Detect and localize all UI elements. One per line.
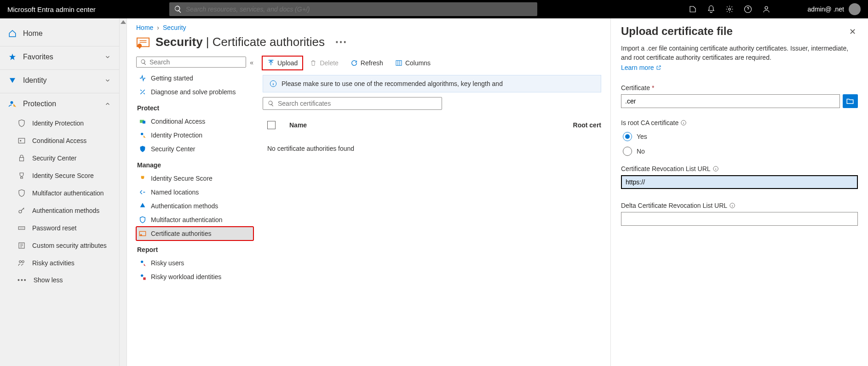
learn-more-link[interactable]: Learn more: [621, 64, 858, 71]
ellipsis-icon: •••: [17, 276, 27, 284]
nav-mfa[interactable]: Multifactor authentication: [0, 184, 119, 202]
svg-point-19: [141, 133, 143, 135]
subnav-named-locations[interactable]: Named locations: [136, 185, 253, 199]
topbar-actions: [689, 5, 770, 13]
cert-file-input[interactable]: [621, 94, 840, 108]
global-search[interactable]: [169, 2, 537, 16]
subnav-search[interactable]: [136, 57, 246, 68]
svg-rect-24: [143, 277, 145, 280]
subnav-risky-users[interactable]: Risky users: [136, 256, 253, 270]
nav-risky-activities[interactable]: Risky activities: [0, 254, 119, 272]
columns-button[interactable]: Columns: [391, 57, 435, 69]
notifications-icon[interactable]: [707, 5, 715, 13]
global-search-input[interactable]: [186, 6, 533, 13]
toolbar-label: Refresh: [361, 59, 383, 67]
nav-conditional-access[interactable]: Conditional Access: [0, 132, 119, 149]
delta-crl-url-input[interactable]: [621, 212, 858, 226]
subnav-diagnose[interactable]: Diagnose and solve problems: [136, 85, 253, 99]
info-banner: Please make sure to use one of the recom…: [263, 75, 601, 92]
subnav-getting-started[interactable]: Getting started: [136, 71, 253, 85]
nav-auth-methods[interactable]: Authentication methods: [0, 202, 119, 219]
close-flyout-button[interactable]: ✕: [847, 25, 858, 39]
columns-icon: [395, 59, 402, 67]
subnav-security-center[interactable]: Security Center: [136, 142, 253, 156]
refresh-button[interactable]: Refresh: [346, 57, 388, 69]
identity-protection-icon: [139, 132, 146, 139]
info-icon[interactable]: [729, 202, 736, 209]
nav-show-less[interactable]: •••Show less: [0, 272, 119, 288]
subnav-conditional-access[interactable]: Conditional Access: [136, 114, 253, 128]
col-root-cert[interactable]: Root cert: [573, 121, 601, 129]
breadcrumb-home[interactable]: Home: [136, 24, 153, 31]
breadcrumb: Home › Security: [136, 24, 601, 31]
subnav-section-manage: Manage: [136, 156, 253, 172]
svg-point-16: [138, 43, 142, 47]
svg-point-21: [140, 234, 142, 236]
nav-identity[interactable]: Identity: [0, 69, 119, 91]
nav-sub-label: Identity Secure Score: [32, 172, 94, 179]
security-center-icon: [139, 145, 146, 153]
radio-icon: [623, 132, 632, 141]
svg-point-3: [11, 101, 13, 104]
chevron-down-icon: [104, 77, 111, 84]
nav-secure-score[interactable]: Identity Secure Score: [0, 167, 119, 184]
cert-search[interactable]: [263, 97, 442, 110]
col-name[interactable]: Name: [289, 121, 307, 129]
upload-button[interactable]: Upload: [263, 57, 302, 69]
collapse-subnav-icon[interactable]: «: [250, 59, 253, 66]
star-icon: [8, 53, 17, 61]
subnav-search-input[interactable]: [149, 58, 242, 66]
nav-password-reset[interactable]: Password reset: [0, 219, 119, 237]
svg-point-0: [729, 8, 731, 11]
certificate-page-icon: [136, 35, 150, 49]
subnav-label: Multifactor authentication: [151, 216, 223, 223]
subnav-label: Authentication methods: [151, 202, 218, 210]
svg-point-14: [22, 261, 24, 263]
subnav-mfa[interactable]: Multifactor authentication: [136, 213, 253, 227]
nav-identity-protection[interactable]: Identity Protection: [0, 114, 119, 132]
more-icon[interactable]: ⋯: [335, 35, 347, 49]
feedback-icon[interactable]: [762, 5, 770, 13]
settings-gear-icon[interactable]: [725, 5, 734, 13]
subnav-identity-protection[interactable]: Identity Protection: [136, 128, 253, 142]
breadcrumb-security[interactable]: Security: [163, 24, 186, 31]
diagnose-icon: [139, 88, 146, 96]
browse-file-button[interactable]: [843, 94, 858, 108]
nav-custom-attrs[interactable]: Custom security attributes: [0, 237, 119, 254]
select-all-checkbox[interactable]: [267, 121, 276, 129]
radio-label: Yes: [637, 133, 647, 140]
info-icon: [270, 80, 277, 87]
search-icon: [174, 5, 182, 13]
nav-sub-label: Multifactor authentication: [32, 189, 104, 197]
table-header: Name Root cert: [263, 118, 601, 132]
info-icon[interactable]: [680, 120, 687, 126]
subnav-section-report: Report: [136, 240, 253, 256]
info-icon[interactable]: [713, 166, 719, 172]
nav-favorites[interactable]: Favorites: [0, 46, 119, 68]
delete-icon: [310, 59, 317, 67]
copilot-icon[interactable]: [689, 5, 697, 13]
subnav-secure-score[interactable]: Identity Secure Score: [136, 172, 253, 185]
help-icon[interactable]: [744, 5, 752, 13]
svg-point-2: [765, 6, 768, 9]
nav-home[interactable]: Home: [0, 23, 119, 44]
svg-point-23: [141, 274, 143, 277]
delete-button[interactable]: Delete: [305, 57, 343, 69]
isroot-no-radio[interactable]: No: [621, 144, 858, 159]
nav-scrollbar[interactable]: [120, 18, 127, 366]
subnav-risky-workload[interactable]: Risky workload identities: [136, 270, 253, 284]
cert-search-input[interactable]: [278, 100, 437, 107]
user-menu[interactable]: admin@ .net: [807, 3, 861, 15]
isroot-yes-radio[interactable]: Yes: [621, 129, 858, 144]
nav-protection[interactable]: Protection: [0, 93, 119, 114]
crl-url-input[interactable]: [621, 175, 858, 189]
refresh-icon: [351, 59, 358, 67]
subnav-auth-methods[interactable]: Authentication methods: [136, 199, 253, 213]
subnav-label: Diagnose and solve problems: [151, 88, 236, 96]
subnav-label: Certificate authorities: [151, 230, 212, 237]
nav-security-center[interactable]: Security Center: [0, 149, 119, 167]
subnav-certificate-authorities[interactable]: Certificate authorities: [136, 227, 253, 240]
upload-icon: [267, 59, 275, 67]
nav-sub-label: Custom security attributes: [32, 242, 107, 249]
nav-protection-label: Protection: [23, 100, 56, 108]
